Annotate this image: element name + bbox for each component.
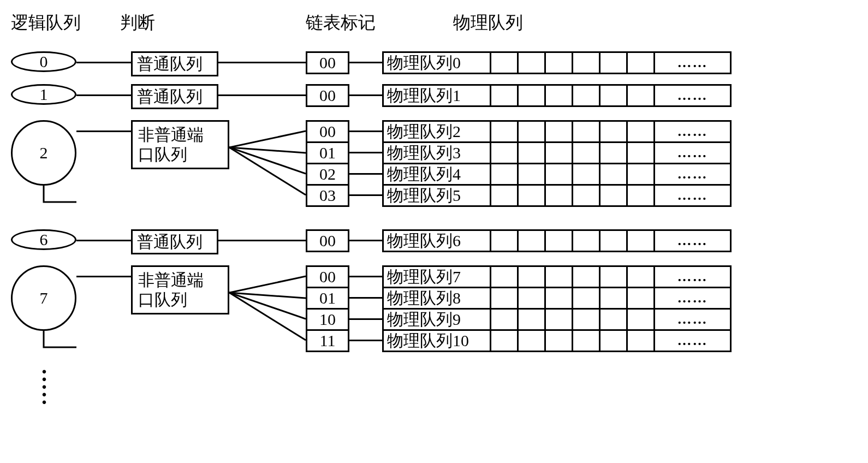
- physical-queue-label: 物理队列7: [382, 265, 491, 288]
- queue-slot: [601, 229, 628, 252]
- queue-ellipsis: ……: [655, 141, 732, 164]
- queue-ellipsis: ……: [655, 265, 732, 288]
- queue-slot: [519, 308, 546, 331]
- queue-slot: [491, 141, 519, 164]
- column-headers: 逻辑队列 判断 链表标记 物理队列: [11, 11, 857, 35]
- queue-slot: [573, 51, 601, 74]
- mapping-row: 6 普通队列 00 物理队列6 ……: [11, 229, 857, 254]
- judge-normal-queue: 普通队列: [131, 51, 218, 76]
- svg-line-7: [229, 293, 306, 340]
- physical-queue-label: 物理队列9: [382, 308, 491, 331]
- queue-slot: [573, 163, 601, 186]
- queue-ellipsis: ……: [655, 329, 732, 352]
- mapping-row: 1 普通队列 00 物理队列1 ……: [11, 84, 857, 109]
- queue-slot: [628, 265, 655, 288]
- queue-slot: [491, 308, 519, 331]
- queue-slot: [546, 141, 573, 164]
- queue-ellipsis: ……: [655, 120, 732, 143]
- link-mark: 00: [306, 265, 349, 288]
- queue-slot: [628, 308, 655, 331]
- queue-slot: [546, 329, 573, 352]
- queue-slot: [628, 184, 655, 207]
- fan-out-connector: [229, 265, 306, 353]
- physical-queue-row: 物理队列9 ……: [382, 308, 732, 331]
- queue-slot: [628, 84, 655, 107]
- link-mark: 01: [306, 141, 349, 164]
- queue-slot: [573, 265, 601, 288]
- logical-queue-node: 7: [11, 265, 76, 331]
- judge-text-line2: 口队列: [138, 145, 187, 163]
- link-mark: 02: [306, 163, 349, 186]
- queue-slot: [628, 163, 655, 186]
- queue-slot: [601, 141, 628, 164]
- judge-non-normal-port-queue: 非普通端 口队列: [131, 120, 229, 169]
- svg-line-1: [229, 147, 306, 153]
- logical-queue-node: 1: [11, 84, 76, 105]
- queue-slot: [546, 51, 573, 74]
- queue-slot: [628, 287, 655, 310]
- queue-slot: [573, 329, 601, 352]
- logical-queue-node: 0: [11, 51, 76, 72]
- queue-slot: [573, 184, 601, 207]
- queue-slot: [546, 308, 573, 331]
- queue-slot: [601, 308, 628, 331]
- queue-slot: [546, 287, 573, 310]
- queue-slot: [601, 84, 628, 107]
- queue-slot: [601, 120, 628, 143]
- physical-queue-label: 物理队列6: [382, 229, 491, 252]
- svg-line-6: [229, 293, 306, 319]
- svg-line-3: [229, 147, 306, 195]
- queue-slot: [491, 184, 519, 207]
- physical-queue-row: 物理队列3 ……: [382, 141, 732, 164]
- queue-slot: [601, 265, 628, 288]
- mapping-row-multi: 7 ..... 非普通端 口队列 00 01 10 11: [11, 265, 857, 401]
- queue-ellipsis: ……: [655, 51, 732, 74]
- judge-text-line2: 口队列: [138, 290, 187, 308]
- physical-queue-stack: 物理队列7 …… 物理队列8 …… 物理队列9 …… 物理队列10 ……: [382, 265, 732, 352]
- queue-ellipsis: ……: [655, 163, 732, 186]
- queue-slot: [491, 84, 519, 107]
- queue-slot: [628, 329, 655, 352]
- queue-slot: [491, 229, 519, 252]
- physical-queue-row: 物理队列6 ……: [382, 229, 732, 252]
- physical-queue-row: 物理队列4 ……: [382, 163, 732, 186]
- queue-ellipsis: ……: [655, 229, 732, 252]
- queue-slot: [601, 329, 628, 352]
- physical-queue-row: 物理队列5 ……: [382, 184, 732, 207]
- physical-queue-row: 物理队列1 ……: [382, 84, 732, 107]
- queue-slot: [628, 51, 655, 74]
- header-logical-queue: 逻辑队列: [11, 11, 120, 35]
- physical-queue-label: 物理队列8: [382, 287, 491, 310]
- judge-normal-queue: 普通队列: [131, 84, 218, 109]
- queue-ellipsis: ……: [655, 84, 732, 107]
- queue-slot: [573, 120, 601, 143]
- queue-slot: [519, 184, 546, 207]
- physical-queue-label: 物理队列1: [382, 84, 491, 107]
- queue-slot: [546, 163, 573, 186]
- physical-queue-row: 物理队列0 ……: [382, 51, 732, 74]
- header-physical-queue: 物理队列: [453, 11, 523, 35]
- queue-slot: [519, 84, 546, 107]
- physical-queue-label: 物理队列4: [382, 163, 491, 186]
- physical-queue-label: 物理队列5: [382, 184, 491, 207]
- physical-queue-row: 物理队列10 ……: [382, 329, 732, 352]
- header-link-mark: 链表标记: [306, 11, 453, 35]
- queue-slot: [546, 265, 573, 288]
- merge-connector: [11, 186, 76, 213]
- queue-slot: [491, 287, 519, 310]
- physical-queue-label: 物理队列0: [382, 51, 491, 74]
- link-mark: 10: [306, 308, 349, 331]
- link-mark: 00: [306, 120, 349, 143]
- queue-slot: [601, 287, 628, 310]
- queue-slot: [628, 229, 655, 252]
- svg-line-0: [229, 131, 306, 147]
- judge-text-line1: 非普通端: [138, 126, 204, 144]
- mapping-row-multi: 2 非普通端 口队列 00 01 02 03: [11, 120, 857, 213]
- mapping-row: 0 普通队列 00 物理队列0 ……: [11, 51, 857, 76]
- vertical-ellipsis-icon: .....: [41, 363, 76, 401]
- link-mark: 01: [306, 287, 349, 310]
- queue-ellipsis: ……: [655, 184, 732, 207]
- link-mark: 00: [306, 51, 349, 74]
- queue-slot: [573, 141, 601, 164]
- queue-slot: [573, 308, 601, 331]
